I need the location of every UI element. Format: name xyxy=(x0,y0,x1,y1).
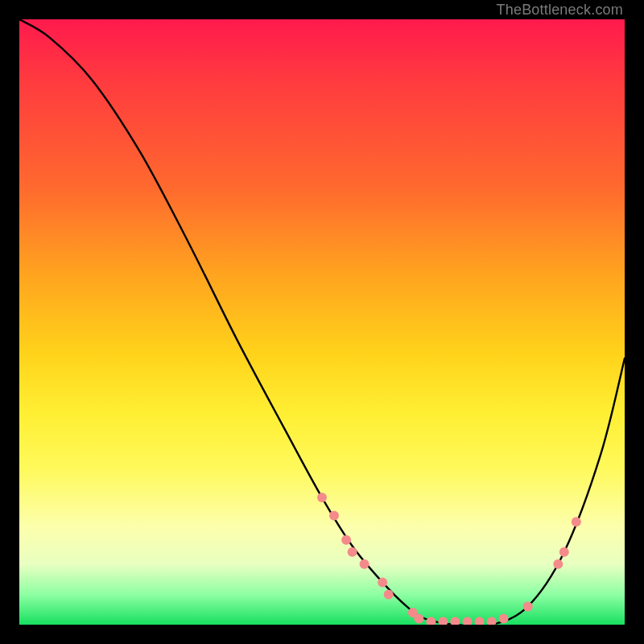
highlight-point xyxy=(499,614,509,624)
highlight-point xyxy=(487,617,497,625)
attribution-text: TheBottleneck.com xyxy=(497,2,623,19)
highlight-point xyxy=(341,535,351,545)
highlight-point xyxy=(378,577,387,587)
highlight-point xyxy=(463,617,473,625)
highlight-point xyxy=(317,493,327,502)
highlight-point xyxy=(572,517,581,526)
highlight-point xyxy=(414,614,423,624)
highlight-point xyxy=(384,589,394,599)
highlight-point xyxy=(553,559,563,569)
markers-layer xyxy=(317,493,581,625)
highlight-point xyxy=(523,601,533,611)
highlight-point xyxy=(329,511,339,521)
curve-layer xyxy=(19,19,625,625)
plot-area xyxy=(19,19,625,625)
highlight-point xyxy=(360,559,369,569)
bottleneck-curve xyxy=(19,19,625,625)
highlight-point xyxy=(450,617,460,625)
highlight-point xyxy=(348,547,357,557)
highlight-point xyxy=(426,617,436,625)
highlight-point xyxy=(438,617,448,625)
chart-svg xyxy=(19,19,625,625)
highlight-point xyxy=(475,617,485,625)
highlight-point xyxy=(559,547,569,557)
chart-stage: TheBottleneck.com xyxy=(0,0,644,644)
